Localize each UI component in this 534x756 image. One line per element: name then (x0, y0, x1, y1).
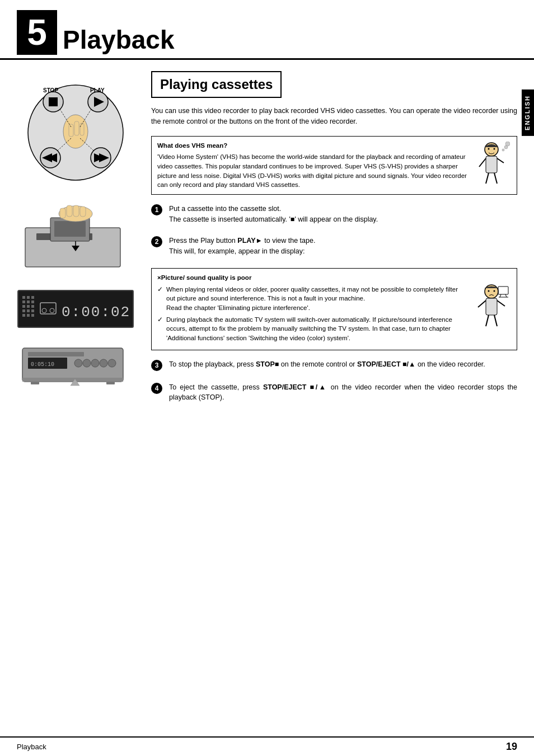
svg-point-73 (502, 149, 504, 151)
svg-line-71 (486, 173, 489, 184)
picture-note-bullet-2-text: During playback the automatic TV system … (166, 315, 467, 343)
svg-rect-42 (22, 309, 25, 312)
svg-rect-14 (69, 124, 73, 137)
svg-rect-40 (27, 305, 30, 308)
step-4: 4 To eject the cassette, press STOP/EJEC… (151, 382, 517, 403)
svg-rect-38 (31, 300, 34, 303)
vhs-info-body: 'Video Home System' (VHS) has become the… (157, 152, 467, 190)
svg-rect-33 (22, 296, 25, 299)
svg-rect-2 (49, 97, 58, 106)
svg-point-78 (493, 290, 495, 292)
svg-text:0:05:10: 0:05:10 (31, 361, 54, 368)
picture-note-title: ×Picture/ sound quality is poor (157, 273, 467, 283)
section-heading-box: Playing cassettes (151, 71, 282, 98)
svg-point-57 (83, 359, 91, 367)
vhs-info-figure (472, 141, 511, 190)
chapter-title: Playback (63, 27, 174, 55)
cassette-insert-diagram (11, 194, 140, 278)
svg-line-83 (494, 315, 497, 326)
svg-rect-15 (74, 121, 79, 135)
picture-note-text: ×Picture/ sound quality is poor ✓ When p… (157, 273, 467, 345)
step-1: 1 Put a cassette into the cassette slot.… (151, 204, 517, 225)
step-1-text: Put a cassette into the cassette slot. T… (169, 204, 378, 225)
picture-note-bullet-2: ✓ During playback the automatic TV syste… (157, 315, 467, 343)
svg-point-66 (488, 148, 489, 149)
step-3-number: 3 (151, 360, 162, 371)
vhs-info-text: What does VHS mean? 'Video Home System' … (157, 141, 467, 190)
svg-point-67 (493, 148, 495, 149)
svg-line-86 (505, 294, 507, 297)
svg-rect-84 (498, 287, 508, 294)
svg-line-69 (479, 158, 486, 167)
svg-rect-45 (22, 314, 25, 317)
picture-note-figure (472, 273, 511, 345)
vcr-unit-diagram: 0:05:10 (11, 340, 140, 396)
footer-title: Playback (17, 743, 46, 751)
picture-note-bullet-1-text: When playing rental videos or older, poo… (166, 285, 467, 313)
svg-rect-28 (73, 205, 79, 217)
svg-rect-63 (31, 382, 39, 384)
section-title: Playing cassettes (160, 77, 273, 92)
step-2-text: Press the Play button PLAY► to view the … (169, 236, 315, 257)
vhs-info-box: What does VHS mean? 'Video Home System' … (151, 136, 517, 195)
svg-line-72 (494, 173, 497, 184)
svg-line-81 (497, 300, 505, 306)
svg-text:0:00:02: 0:00:02 (62, 304, 130, 321)
vhs-info-title: What does VHS mean? (157, 141, 467, 151)
svg-rect-44 (31, 309, 34, 312)
svg-rect-43 (27, 309, 30, 312)
svg-rect-79 (486, 298, 497, 315)
svg-rect-39 (22, 305, 25, 308)
page-header: 5 Playback (0, 0, 534, 60)
svg-rect-16 (80, 123, 84, 135)
svg-rect-53 (28, 352, 84, 356)
right-column: Playing cassettes You can use this video… (151, 71, 517, 414)
svg-line-80 (478, 300, 486, 307)
step-1-number: 1 (151, 204, 162, 215)
checkmark-icon: ✓ (157, 285, 163, 313)
svg-rect-46 (27, 314, 30, 317)
step-3: 3 To stop the playback, press STOP■ on t… (151, 359, 517, 371)
chapter-number: 5 (17, 10, 57, 55)
footer-page-number: 19 (506, 741, 517, 753)
checkmark-icon-2: ✓ (157, 315, 163, 343)
svg-rect-35 (31, 296, 34, 299)
picture-note-box: ×Picture/ sound quality is poor ✓ When p… (151, 268, 517, 350)
svg-rect-24 (54, 221, 86, 237)
svg-rect-68 (486, 156, 497, 173)
svg-line-85 (500, 294, 501, 297)
svg-rect-41 (31, 305, 34, 308)
svg-line-82 (486, 315, 489, 326)
svg-point-60 (108, 359, 116, 367)
left-column: STOP PLAY (11, 71, 140, 414)
svg-rect-47 (31, 314, 34, 317)
svg-rect-36 (22, 300, 25, 303)
svg-point-56 (74, 359, 82, 367)
svg-rect-26 (60, 208, 65, 218)
svg-rect-64 (106, 382, 115, 384)
svg-rect-61 (22, 378, 123, 382)
svg-rect-29 (80, 206, 86, 217)
main-content: STOP PLAY (0, 60, 534, 425)
picture-note-bullet-1: ✓ When playing rental videos or older, p… (157, 285, 467, 313)
svg-line-70 (497, 158, 504, 163)
language-tab: ENGLISH (522, 90, 534, 136)
display-diagram: 0:00:02 (11, 289, 140, 328)
svg-text:PLAY: PLAY (90, 87, 105, 93)
step-4-number: 4 (151, 383, 162, 394)
svg-text:STOP: STOP (43, 87, 58, 93)
svg-point-75 (505, 142, 510, 146)
svg-point-58 (91, 359, 99, 367)
svg-rect-34 (27, 296, 30, 299)
page-footer: Playback 19 (0, 736, 534, 756)
svg-point-77 (488, 290, 489, 292)
svg-rect-37 (27, 300, 30, 303)
intro-text: You can use this video recorder to play … (151, 106, 517, 127)
step-2: 2 Press the Play button PLAY► to view th… (151, 236, 517, 257)
vcr-controls-diagram: STOP PLAY (11, 71, 140, 183)
step-3-text: To stop the playback, press STOP■ on the… (169, 359, 485, 370)
step-4-text: To eject the cassette, press STOP/EJECT … (169, 382, 517, 403)
step-2-number: 2 (151, 236, 162, 247)
svg-point-59 (100, 359, 107, 367)
svg-rect-27 (67, 205, 72, 217)
